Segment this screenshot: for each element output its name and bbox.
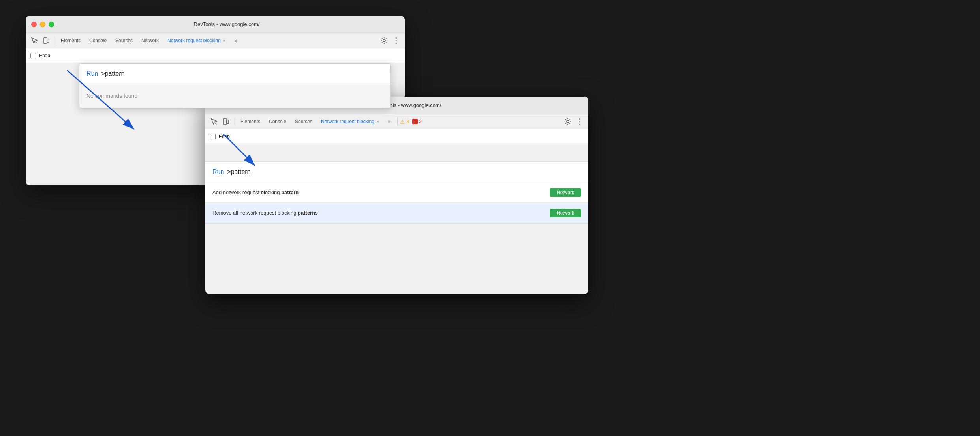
cmd-result-row-1[interactable]: Add network request blocking pattern Net… [205, 182, 588, 203]
more-tabs-icon-1[interactable]: » [230, 35, 241, 46]
svg-point-11 [567, 120, 569, 123]
cmd-input-row-2: Run >pattern [205, 162, 588, 182]
cmd-result-badge-2: Network [550, 209, 581, 217]
command-palette-1: Run >pattern No commands found [79, 63, 391, 108]
close-button-1[interactable] [31, 22, 37, 27]
tab-sources-1[interactable]: Sources [111, 35, 137, 46]
tab-network-request-blocking-2[interactable]: Network request blocking × [317, 116, 383, 127]
device-icon[interactable] [41, 35, 52, 46]
warning-icon: ⚠ [400, 118, 405, 125]
gear-icon-2[interactable] [562, 116, 573, 127]
more-tabs-icon-2[interactable]: » [384, 116, 395, 127]
window-2-content: Enab Run >pattern Add network request bl… [205, 129, 588, 144]
maximize-button-1[interactable] [49, 22, 54, 27]
svg-line-6 [215, 123, 217, 124]
toolbar-separator [54, 37, 54, 45]
tab-network-1[interactable]: Network [137, 35, 163, 46]
tab-elements-1[interactable]: Elements [57, 35, 84, 46]
enable-row-2: Enab [205, 129, 588, 144]
error-badge: ! 2 [412, 119, 422, 124]
traffic-lights-1 [31, 22, 54, 27]
tab-network-request-blocking-1[interactable]: Network request blocking × [163, 35, 229, 46]
cmd-result-text-1: Add network request blocking pattern [212, 189, 546, 195]
cmd-result-row-2[interactable]: Remove all network request blocking patt… [205, 203, 588, 223]
svg-line-0 [36, 42, 37, 43]
inspect-icon[interactable] [29, 35, 40, 46]
svg-rect-2 [47, 39, 49, 43]
svg-rect-8 [227, 120, 229, 124]
minimize-button-1[interactable] [40, 22, 45, 27]
menu-icon-2[interactable]: ⋮ [574, 116, 585, 127]
cmd-result-text-2: Remove all network request blocking patt… [212, 210, 546, 216]
window-content-1: Enab Run >pattern No commands found [26, 48, 405, 63]
warning-badge: ⚠ 3 [400, 118, 409, 125]
tab-console-1[interactable]: Console [85, 35, 111, 46]
cmd-input-row-1: Run >pattern [79, 64, 390, 84]
tab-sources-2[interactable]: Sources [291, 116, 316, 127]
tab-console-2[interactable]: Console [265, 116, 290, 127]
enable-label-1: Enab [39, 53, 50, 58]
cmd-input-text-1[interactable]: >pattern [101, 70, 124, 77]
window-title-1: DevTools - www.google.com/ [54, 21, 399, 27]
device-icon-2[interactable] [220, 116, 231, 127]
devtools-window-2: DevTools - www.google.com/ Elements Cons… [205, 97, 588, 294]
titlebar-1: DevTools - www.google.com/ [26, 16, 405, 33]
enable-checkbox-2[interactable] [210, 134, 216, 139]
tab-close-icon-2[interactable]: × [377, 119, 379, 124]
gear-icon-1[interactable] [379, 35, 390, 46]
error-icon: ! [412, 119, 418, 124]
command-palette-2: Run >pattern Add network request blockin… [205, 161, 588, 224]
devtools-toolbar-2: Elements Console Sources Network request… [205, 114, 588, 129]
devtools-toolbar-1: Elements Console Sources Network Network… [26, 33, 405, 48]
toolbar-separator-2 [234, 118, 234, 125]
cmd-run-label-2: Run [212, 168, 224, 176]
svg-rect-1 [44, 38, 47, 43]
menu-icon-1[interactable]: ⋮ [390, 35, 402, 46]
cmd-result-badge-1: Network [550, 188, 581, 197]
svg-rect-7 [223, 119, 227, 124]
error-count: 2 [419, 119, 422, 124]
cmd-input-text-2[interactable]: >pattern [227, 168, 250, 176]
tab-close-icon-1[interactable]: × [223, 38, 225, 43]
tab-elements-2[interactable]: Elements [237, 116, 264, 127]
toolbar-separator-3 [397, 118, 398, 125]
inspect-icon-2[interactable] [208, 116, 220, 127]
enable-checkbox-1[interactable] [30, 53, 36, 58]
cmd-run-label-1: Run [86, 70, 98, 77]
svg-text:!: ! [413, 120, 415, 124]
svg-point-3 [383, 39, 385, 42]
enable-row-1: Enab [26, 48, 405, 63]
cmd-no-results-1: No commands found [79, 84, 390, 108]
warning-count: 3 [406, 119, 409, 124]
enable-label-2: Enab [219, 134, 230, 139]
